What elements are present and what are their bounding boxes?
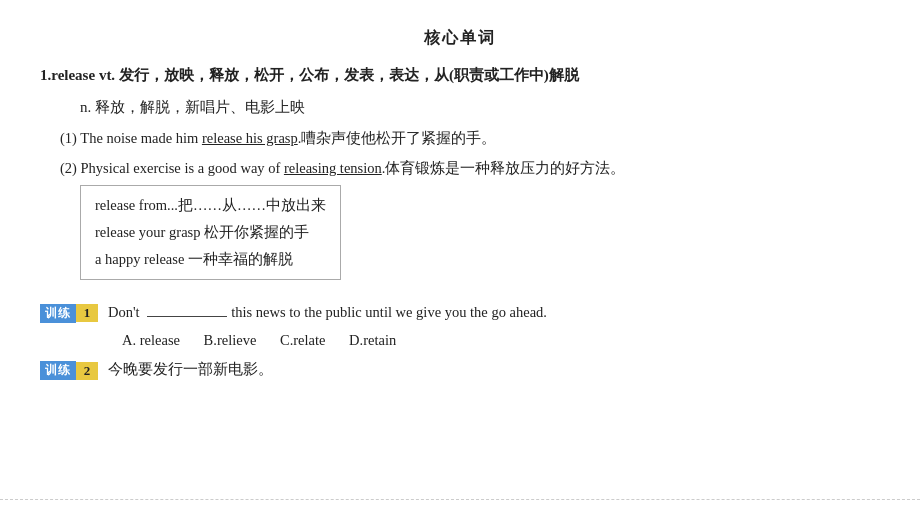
exercise-2-badge-label: 训练 [40,361,76,380]
phrase-box: release from...把……从……中放出来 release your g… [80,185,341,279]
entry-defs-n: 释放，解脱，新唱片、电影上映 [95,99,305,115]
example-2-underline: releasing tension [284,160,382,176]
entry-noun-line: n. 释放，解脱，新唱片、电影上映 [80,95,880,121]
entry-pos-n: n. [80,99,91,115]
entry-main-line: 1.release vt. 发行，放映，释放，松开，公布，发表，表达，从(职责或… [40,63,880,89]
exercise-1-badge-label: 训练 [40,304,76,323]
phrase-box-wrapper: release from...把……从……中放出来 release your g… [60,185,880,289]
exercise-1-text: Don't this news to the public until we g… [108,300,547,325]
option-d: D.retain [349,332,396,348]
exercise-1-badge: 训练 1 [40,304,98,323]
example-2: (2) Physical exercise is a good way of r… [60,156,880,181]
example-1-after: .嘈杂声使他松开了紧握的手。 [298,130,497,146]
entry-pos-vt: vt. [99,67,115,83]
page: 核心单词 1.release vt. 发行，放映，释放，松开，公布，发表，表达，… [0,0,920,518]
exercise-1-badge-num: 1 [76,304,98,322]
exercise-2-text: 今晚要发行一部新电影。 [108,357,273,382]
exercise-1-before: Don't [108,304,143,320]
example-2-id: (2) [60,160,77,176]
example-1: (1) The noise made him release his grasp… [60,126,880,151]
exercise-1-options: A. release B.relieve C.relate D.retain [122,332,880,349]
exercise-2-row: 训练 2 今晚要发行一部新电影。 [40,357,880,382]
bottom-divider [0,499,920,500]
option-c: C.relate [280,332,326,348]
example-2-after: .体育锻炼是一种释放压力的好方法。 [382,160,626,176]
example-1-before: The noise made him [80,130,202,146]
phrase-3-text: a happy release 一种幸福的解脱 [95,251,293,267]
option-a: A. release [122,332,180,348]
exercise-1-row: 训练 1 Don't this news to the public until… [40,300,880,325]
phrase-1-text: release from...把……从……中放出来 [95,197,326,213]
page-title: 核心单词 [40,28,880,49]
phrase-2-text: release your grasp 松开你紧握的手 [95,224,309,240]
exercise-1-blank [147,316,227,317]
phrase-3: a happy release 一种幸福的解脱 [95,246,326,273]
exercise-1-after: this news to the public until we give yo… [231,304,547,320]
example-2-before: Physical exercise is a good way of [81,160,284,176]
entry-defs-vt: 发行，放映，释放，松开，公布，发表，表达，从(职责或工作中)解脱 [119,67,579,83]
entry-word: 1.release [40,67,95,83]
example-1-underline: release his grasp [202,130,298,146]
phrase-1: release from...把……从……中放出来 [95,192,326,219]
exercise-2-badge-num: 2 [76,362,98,380]
option-b: B.relieve [204,332,257,348]
phrase-2: release your grasp 松开你紧握的手 [95,219,326,246]
example-1-id: (1) [60,130,77,146]
exercise-2-badge: 训练 2 [40,361,98,380]
